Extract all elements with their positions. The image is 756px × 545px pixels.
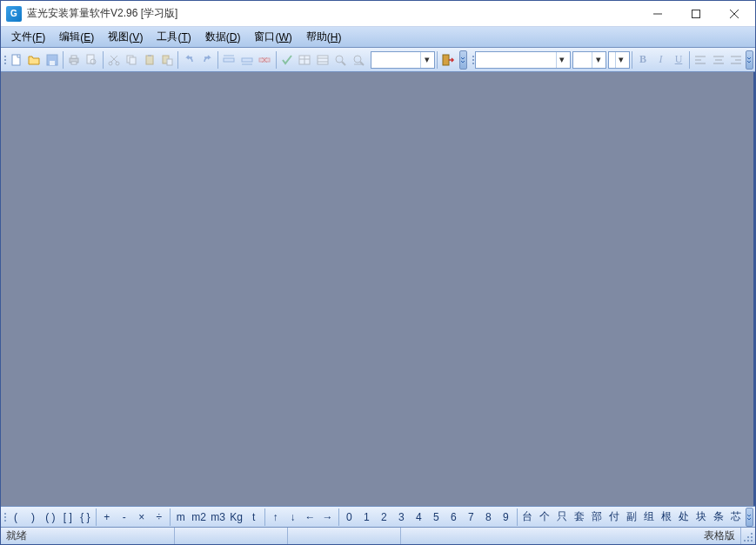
status-mode: 表格版 <box>699 528 741 544</box>
toolbar-overflow-1[interactable] <box>459 50 467 70</box>
sym-pair-bracket[interactable]: [ ] <box>59 508 77 526</box>
sym-m2[interactable]: m2 <box>190 508 209 526</box>
sym-unit-fu2[interactable]: 副 <box>624 508 641 526</box>
sym-unit-xin[interactable]: 芯 <box>728 508 746 526</box>
exit-button[interactable] <box>439 50 457 70</box>
svg-rect-28 <box>318 56 328 64</box>
sym-pair-brace[interactable]: { } <box>77 508 94 526</box>
sym-kg[interactable]: Kg <box>228 508 245 526</box>
sym-paren-open[interactable]: ( <box>7 508 24 526</box>
underline-button: U <box>670 51 687 69</box>
sym-left[interactable]: ← <box>302 508 319 526</box>
symbol-toolbar: ( ) ( ) [ ] { } + - × ÷ m m2 m3 Kg t ↑ ↓… <box>1 506 755 527</box>
sym-unit-bu[interactable]: 部 <box>589 508 606 526</box>
titlebar: G 蓝光安装算量软件V2.96 [学习版] <box>1 1 755 27</box>
combo-1[interactable]: ▾ <box>371 51 435 69</box>
close-button[interactable] <box>715 2 753 26</box>
svg-point-47 <box>751 536 753 538</box>
open-button[interactable] <box>25 50 43 70</box>
sym-0[interactable]: 0 <box>341 508 358 526</box>
sym-3[interactable]: 3 <box>393 508 411 526</box>
menu-data[interactable]: 数据(D) <box>198 27 248 47</box>
svg-rect-8 <box>71 56 77 58</box>
sym-unit-ge[interactable]: 个 <box>537 508 554 526</box>
delete-row-button <box>256 50 273 70</box>
table-alt-button <box>313 50 331 70</box>
sym-unit-zu[interactable]: 组 <box>641 508 659 526</box>
paste-append-button <box>158 50 176 70</box>
svg-rect-1 <box>692 10 700 17</box>
sym-9[interactable]: 9 <box>498 508 515 526</box>
new-button[interactable] <box>8 50 25 70</box>
menu-tool[interactable]: 工具(T) <box>150 27 197 47</box>
chevron-down-icon: ▾ <box>615 52 627 68</box>
sym-pair-paren[interactable]: ( ) <box>42 508 59 526</box>
svg-point-51 <box>744 540 746 542</box>
copy-button <box>123 50 140 70</box>
sym-4[interactable]: 4 <box>411 508 428 526</box>
sym-unit-gen[interactable]: 根 <box>659 508 676 526</box>
app-icon: G <box>6 6 22 22</box>
svg-rect-6 <box>50 61 55 65</box>
sym-5[interactable]: 5 <box>428 508 445 526</box>
cut-button <box>105 50 123 70</box>
minimize-button[interactable] <box>639 2 677 26</box>
sym-times[interactable]: × <box>133 508 151 526</box>
menu-view[interactable]: 视图(V) <box>101 27 150 47</box>
sym-minus[interactable]: - <box>116 508 133 526</box>
sym-unit-kuai[interactable]: 块 <box>693 508 711 526</box>
sym-m3[interactable]: m3 <box>209 508 228 526</box>
svg-rect-20 <box>224 58 234 62</box>
sym-1[interactable]: 1 <box>358 508 376 526</box>
menu-help[interactable]: 帮助(H) <box>299 27 349 47</box>
sym-m[interactable]: m <box>172 508 190 526</box>
menubar: 文件(F) 编辑(E) 视图(V) 工具(T) 数据(D) 窗口(W) 帮助(H… <box>1 27 755 48</box>
sym-2[interactable]: 2 <box>376 508 393 526</box>
sym-7[interactable]: 7 <box>463 508 480 526</box>
toolbar-overflow-3[interactable] <box>746 508 753 527</box>
print-preview-button <box>83 50 100 70</box>
align-center-button <box>710 51 727 69</box>
menu-edit[interactable]: 编辑(E) <box>52 27 101 47</box>
combo-color[interactable]: ▾ <box>608 51 630 69</box>
sym-unit-zhi[interactable]: 只 <box>554 508 572 526</box>
sym-right[interactable]: → <box>319 508 337 526</box>
svg-point-31 <box>336 56 343 63</box>
combo-size[interactable]: ▾ <box>572 51 606 69</box>
sym-unit-tiao[interactable]: 条 <box>711 508 728 526</box>
sym-down[interactable]: ↓ <box>284 508 302 526</box>
sym-plus[interactable]: + <box>98 508 116 526</box>
toolbar-grip[interactable] <box>3 50 8 70</box>
statusbar: 就绪 表格版 <box>1 527 755 544</box>
workspace <box>1 72 755 506</box>
bold-button: B <box>634 51 652 69</box>
menu-file[interactable]: 文件(F) <box>4 27 52 47</box>
main-toolbar: ▾ ▾ ▾ ▾ B I U <box>1 48 755 72</box>
toolbar-overflow-2[interactable] <box>746 50 753 70</box>
sym-unit-tao[interactable]: 套 <box>572 508 589 526</box>
redo-button <box>198 50 216 70</box>
sym-divide[interactable]: ÷ <box>151 508 168 526</box>
svg-point-50 <box>747 540 749 542</box>
sym-8[interactable]: 8 <box>480 508 498 526</box>
maximize-button[interactable] <box>677 2 715 26</box>
sym-6[interactable]: 6 <box>445 508 463 526</box>
resize-grip[interactable] <box>741 528 755 544</box>
status-cell-2 <box>175 528 288 544</box>
find-button <box>331 50 349 70</box>
save-button <box>43 50 60 70</box>
combo-font[interactable]: ▾ <box>475 51 571 69</box>
sym-unit-fu[interactable]: 付 <box>606 508 624 526</box>
sym-unit-tai[interactable]: 台 <box>519 508 537 526</box>
svg-rect-16 <box>146 56 153 64</box>
sym-up[interactable]: ↑ <box>267 508 284 526</box>
svg-point-49 <box>751 540 753 542</box>
menu-window[interactable]: 窗口(W) <box>247 27 298 47</box>
svg-line-32 <box>342 62 345 65</box>
sym-t[interactable]: t <box>245 508 263 526</box>
sym-unit-chu[interactable]: 处 <box>676 508 693 526</box>
find-alt-button <box>349 50 366 70</box>
svg-rect-36 <box>443 55 449 65</box>
sym-paren-close[interactable]: ) <box>24 508 42 526</box>
window-title: 蓝光安装算量软件V2.96 [学习版] <box>27 6 639 21</box>
